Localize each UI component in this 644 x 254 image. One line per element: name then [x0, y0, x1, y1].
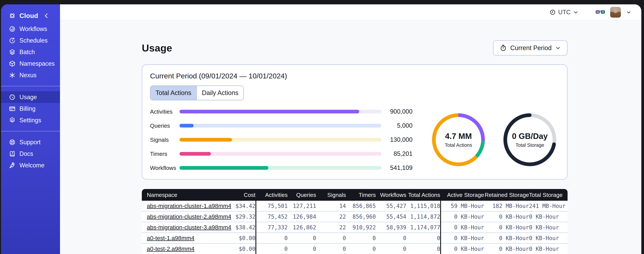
value-cell: 0 — [256, 235, 288, 242]
table-row: abs-migration-cluster-1.a98mm4$34.4275,5… — [142, 201, 568, 212]
bar-track — [180, 110, 381, 114]
column-header: Activities — [256, 192, 288, 198]
bar-fill — [180, 152, 211, 156]
value-cell: 126,984 — [288, 214, 316, 220]
welcome-icon — [9, 162, 16, 169]
bar-value: 85,201 — [381, 150, 412, 157]
namespace-cell[interactable]: a0-test-1.a98mm4 — [147, 235, 225, 242]
namespace-link[interactable]: abs-migration-cluster-3.a98mm4 — [147, 224, 231, 230]
namespace-link[interactable]: abs-migration-cluster-1.a98mm4 — [147, 202, 231, 209]
sidebar-item-label: Nexus — [20, 72, 36, 79]
table-header-row: NamespaceCostActivitiesQueriesSignalsTim… — [142, 189, 568, 201]
value-cell: 126,862 — [288, 224, 316, 231]
timezone-label: UTC — [558, 9, 570, 16]
sidebar-item-nexus[interactable]: Nexus — [1, 69, 60, 81]
column-header: Active Storage — [440, 192, 484, 198]
sidebar-item-namespaces[interactable]: Namespaces — [1, 58, 60, 69]
timezone-selector[interactable]: UTC — [550, 9, 579, 16]
total-actions-donut: 4.7 MMTotal Actions — [429, 110, 488, 169]
bar-value: 900,000 — [381, 108, 412, 115]
value-cell: 0 — [316, 246, 346, 252]
bar-label: Queries — [150, 122, 180, 129]
column-header: Timers — [346, 192, 376, 198]
page-title: Usage — [142, 42, 172, 54]
tab-total-actions[interactable]: Total Actions — [150, 86, 196, 100]
main-content: Usage Current Period Current Period (09/… — [60, 20, 641, 254]
value-cell: 0 — [376, 235, 406, 242]
sidebar-item-label: Batch — [20, 48, 35, 56]
value-cell: 0 — [256, 246, 288, 252]
sidebar-item-label: Settings — [20, 117, 41, 124]
value-cell: $29.32 — [225, 214, 256, 220]
value-cell: 14 — [316, 203, 346, 209]
value-cell: 0 KB-Hour — [529, 235, 559, 242]
value-cell: 0 KB-Hour — [529, 246, 559, 252]
namespace-link[interactable]: a0-test-1.a98mm4 — [147, 235, 194, 241]
chevron-down-icon — [555, 45, 561, 51]
bar-row-workflows: Workflows541,109 — [150, 164, 412, 172]
sidebar-item-welcome[interactable]: Welcome — [1, 160, 60, 171]
bar-track — [180, 124, 381, 128]
bar-row-timers: Timers85,201 — [150, 150, 412, 157]
user-avatar[interactable] — [610, 7, 621, 18]
schedules-icon — [9, 37, 16, 44]
sidebar-collapse-icon[interactable] — [43, 12, 50, 19]
labs-glasses-icon[interactable] — [596, 10, 605, 15]
namespace-usage-table: NamespaceCostActivitiesQueriesSignalsTim… — [142, 189, 568, 254]
sidebar-item-support[interactable]: Support — [1, 136, 60, 148]
value-cell: $0.00 — [225, 246, 256, 252]
value-cell: 0 — [406, 246, 440, 252]
support-icon — [9, 139, 16, 146]
sidebar-item-label: Billing — [20, 105, 36, 112]
namespace-link[interactable]: abs-migration-cluster-2.a98mm4 — [147, 213, 231, 220]
value-cell: 0 KB-Hour — [484, 235, 529, 242]
sidebar-item-docs[interactable]: Docs — [1, 148, 60, 160]
namespace-cell[interactable]: abs-migration-cluster-2.a98mm4 — [147, 213, 225, 220]
sidebar-item-label: Workflows — [20, 26, 47, 32]
value-cell: 182 MB-Hour — [484, 203, 529, 209]
chevron-down-icon — [573, 10, 579, 15]
value-cell: 55,427 — [376, 203, 406, 209]
usage-card: Current Period (09/01/2024 — 10/01/2024)… — [142, 64, 568, 180]
actions-bar-chart: Activities900,000Queries5,000Signals130,… — [150, 108, 412, 172]
bar-fill — [180, 124, 194, 128]
bar-fill — [180, 138, 232, 142]
bar-label: Signals — [150, 136, 180, 143]
value-cell: 58,939 — [376, 224, 406, 231]
value-cell: 75,501 — [256, 203, 288, 209]
sidebar-item-billing[interactable]: Billing — [1, 103, 60, 114]
sidebar-item-label: Usage — [20, 94, 37, 101]
value-cell: 241 MB-Hour — [529, 203, 559, 209]
bar-value: 541,109 — [381, 164, 412, 172]
sidebar-item-schedules[interactable]: Schedules — [1, 35, 60, 46]
period-select-button[interactable]: Current Period — [493, 40, 568, 56]
namespace-link[interactable]: a0-test-2.a98mm4 — [147, 246, 194, 252]
brand-row[interactable]: Cloud — [1, 10, 60, 22]
usage-charts: Activities900,000Queries5,000Signals130,… — [150, 108, 559, 172]
clock-icon — [550, 9, 556, 16]
sidebar-item-usage[interactable]: Usage — [1, 91, 60, 103]
namespace-cell[interactable]: abs-migration-cluster-1.a98mm4 — [147, 202, 225, 209]
workflows-icon — [9, 26, 16, 32]
billing-icon — [9, 105, 16, 112]
value-cell: 910,922 — [346, 224, 376, 231]
value-cell: 0 — [376, 246, 406, 252]
sidebar-item-label: Schedules — [20, 37, 48, 44]
table-group-divider — [256, 201, 256, 254]
sidebar-item-batch[interactable]: Batch — [1, 46, 60, 58]
value-cell: $0.00 — [225, 235, 256, 242]
sidebar-item-settings[interactable]: Settings — [1, 114, 60, 126]
sidebar-item-label: Docs — [20, 150, 33, 157]
namespace-cell[interactable]: a0-test-2.a98mm4 — [147, 246, 225, 252]
sidebar-item-workflows[interactable]: Workflows — [1, 23, 60, 35]
value-cell: 0 KB-Hour — [484, 224, 529, 231]
tab-daily-actions[interactable]: Daily Actions — [196, 86, 244, 100]
account-chevron-down-icon[interactable] — [626, 10, 632, 15]
namespace-cell[interactable]: abs-migration-cluster-3.a98mm4 — [147, 224, 225, 231]
column-header: Queries — [288, 192, 316, 198]
value-cell: 77,332 — [256, 224, 288, 231]
bar-label: Workflows — [150, 165, 180, 171]
settings-icon — [9, 117, 16, 124]
column-header: Namespace — [147, 192, 225, 198]
app-window: Cloud WorkflowsSchedulesBatchNamespacesN… — [1, 4, 641, 254]
